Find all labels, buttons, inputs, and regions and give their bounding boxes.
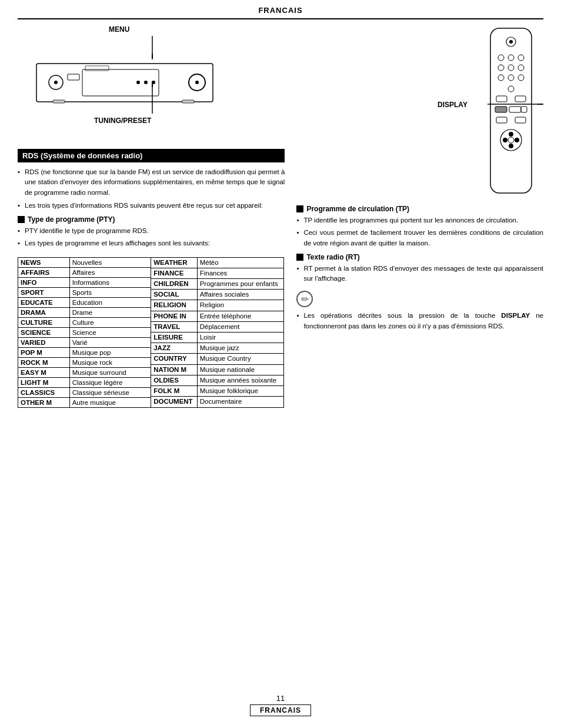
table-row: FOLK MMusique folklorique (151, 385, 284, 396)
pty-bullet1: PTY identifie le type de programme RDS. (18, 226, 285, 236)
desc-cell: Science (69, 327, 151, 337)
code-cell: DOCUMENT (151, 397, 198, 407)
table-row: CHILDRENProgrammes pour enfants (151, 278, 284, 289)
table-row: CLASSICSClassique sérieuse (18, 387, 151, 397)
table-row: LEISURELoisir (151, 332, 284, 343)
code-cell: CHILDREN (151, 278, 198, 289)
table-row: LIGHT MClassique légère (18, 377, 151, 387)
page-footer: 11 FRANCAIS (0, 694, 561, 716)
code-cell: ROCK M (18, 357, 70, 367)
desc-cell: Nouvelles (69, 257, 151, 267)
table-row: DRAMADrame (18, 307, 151, 317)
desc-cell: Varié (69, 337, 151, 347)
pty-table-right: WEATHERMétéoFINANCEFinancesCHILDRENProgr… (151, 257, 284, 408)
desc-cell: Musique surround (69, 367, 151, 377)
tp-section: Programme de circulation (TP) TP identif… (296, 205, 543, 248)
code-cell: SCIENCE (18, 327, 70, 337)
rds-text1: RDS (ne fonctionne que sur la bande FM) … (18, 167, 285, 198)
desc-cell: Musique jazz (197, 343, 284, 354)
remote-svg (479, 25, 543, 196)
code-cell: RELIGION (151, 300, 198, 311)
pty-table-container: NEWSNouvellesAFFAIRSAffairesINFOInformat… (18, 252, 285, 408)
svg-point-19 (509, 40, 513, 44)
tuning-arrow (152, 81, 153, 114)
pty-content: PTY identifie le type de programme RDS. … (18, 226, 285, 249)
svg-point-11 (195, 81, 199, 84)
svg-point-38 (509, 132, 513, 137)
table-row: NATION MMusique nationale (151, 364, 284, 375)
tp-content: TP identifie les programmes qui portent … (296, 215, 543, 248)
code-cell: EDUCATE (18, 297, 70, 307)
desc-cell: Déplacement (197, 321, 284, 332)
rt-square-icon (296, 254, 303, 261)
desc-cell: Musique Country (197, 354, 284, 364)
pty-header-label: Type de programme (PTY) (28, 215, 115, 224)
desc-cell: Education (69, 297, 151, 307)
table-row: TRAVELDéplacement (151, 321, 284, 332)
desc-cell: Finances (197, 268, 284, 278)
desc-cell: Drame (69, 307, 151, 317)
desc-cell: Musique pop (69, 347, 151, 357)
rds-section: RDS (Système de données radio) RDS (ne f… (18, 149, 285, 408)
svg-point-40 (515, 138, 519, 142)
code-cell: POP M (18, 347, 70, 357)
svg-point-5 (144, 81, 148, 84)
desc-cell: Musique rock (69, 357, 151, 367)
svg-point-39 (503, 138, 507, 142)
table-row: SOCIALAffaires sociales (151, 290, 284, 300)
tuner-device (35, 58, 218, 111)
note-section: ✏ Les opérations décrites sous la pressi… (296, 291, 543, 331)
tp-header: Programme de circulation (TP) (296, 205, 543, 213)
desc-cell: Religion (197, 300, 284, 311)
desc-cell: Affaires (69, 267, 151, 277)
svg-point-4 (136, 81, 140, 84)
table-row: ROCK MMusique rock (18, 357, 151, 367)
pty-table-left: NEWSNouvellesAFFAIRSAffairesINFOInformat… (18, 257, 151, 408)
table-row: SPORTSports (18, 287, 151, 297)
table-row: INFOInformations (18, 277, 151, 287)
note-bullet1: Les opérations décrites sous la pression… (296, 311, 543, 331)
desc-cell: Musique années soixante (197, 375, 284, 385)
code-cell: DRAMA (18, 307, 70, 317)
code-cell: SPORT (18, 287, 70, 297)
code-cell: FINANCE (151, 268, 198, 278)
rds-text2: Les trois types d'informations RDS suiva… (18, 201, 285, 211)
rt-section: Texte radio (RT) RT permet à la station … (296, 253, 543, 284)
label-tuning: TUNING/PRESET (94, 117, 151, 125)
svg-point-8 (54, 81, 58, 84)
desc-cell: Programmes pour enfants (197, 278, 284, 289)
svg-rect-13 (182, 100, 194, 103)
code-cell: OTHER M (18, 397, 70, 407)
table-row: DOCUMENTDocumentaire (151, 397, 284, 407)
page-number: 11 (0, 694, 561, 703)
rt-content: RT permet à la station RDS d'envoyer des… (296, 264, 543, 284)
rt-header: Texte radio (RT) (296, 253, 543, 261)
table-row: JAZZMusique jazz (151, 343, 284, 354)
table-row: POP MMusique pop (18, 347, 151, 357)
table-row: EASY MMusique surround (18, 367, 151, 377)
header-title: FRANCAIS (258, 6, 302, 15)
footer-label: FRANCAIS (250, 704, 311, 716)
table-row: FINANCEFinances (151, 268, 284, 278)
desc-cell: Autre musique (69, 397, 151, 407)
device-diagram: MENU (18, 25, 285, 143)
pty-bullet2: Les types de programme et leurs affichag… (18, 238, 285, 248)
code-cell: FOLK M (151, 385, 198, 396)
pty-square-icon (18, 216, 25, 223)
rt-bullet1: RT permet à la station RDS d'envoyer des… (296, 264, 543, 284)
code-cell: SOCIAL (151, 290, 198, 300)
note-content: Les opérations décrites sous la pression… (296, 311, 543, 331)
code-cell: LEISURE (151, 332, 198, 343)
desc-cell: Météo (197, 257, 284, 268)
code-cell: PHONE IN (151, 311, 198, 321)
tp-square-icon (296, 205, 303, 212)
code-cell: JAZZ (151, 343, 198, 354)
menu-arrow (152, 36, 153, 59)
desc-cell: Musique folklorique (197, 385, 284, 396)
code-cell: NATION M (151, 364, 198, 375)
code-cell: AFFAIRS (18, 267, 70, 277)
svg-rect-32 (495, 107, 507, 112)
code-cell: EASY M (18, 367, 70, 377)
table-row: OLDIESMusique années soixante (151, 375, 284, 385)
svg-point-41 (509, 144, 513, 148)
